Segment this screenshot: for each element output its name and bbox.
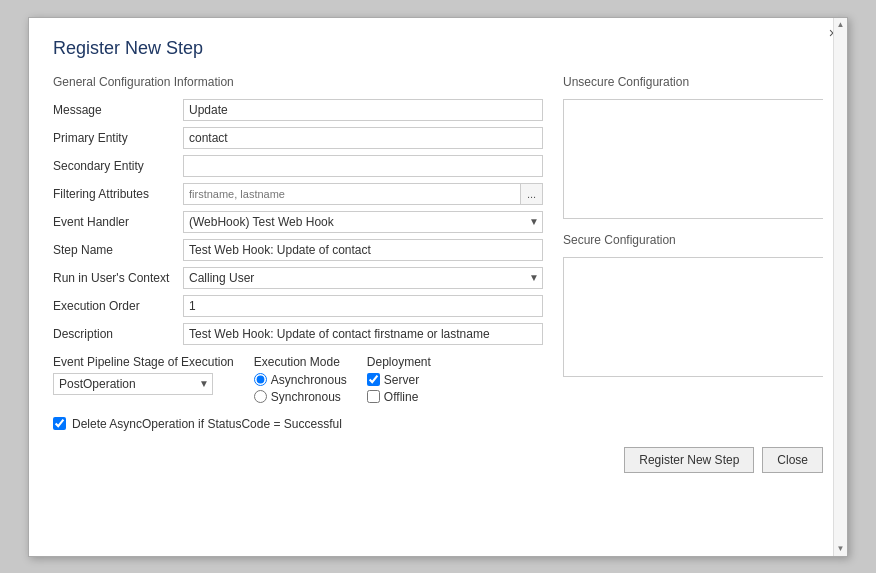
event-handler-row: Event Handler (WebHook) Test Web Hook ▼	[53, 211, 543, 233]
secure-scroll-down-icon[interactable]: ▼	[834, 542, 848, 556]
secondary-entity-label: Secondary Entity	[53, 159, 183, 173]
delete-async-checkbox[interactable]	[53, 417, 66, 430]
description-label: Description	[53, 327, 183, 341]
message-label: Message	[53, 103, 183, 117]
event-handler-label: Event Handler	[53, 215, 183, 229]
execution-order-label: Execution Order	[53, 299, 183, 313]
asynchronous-label: Asynchronous	[271, 373, 347, 387]
unsecure-config-title: Unsecure Configuration	[563, 75, 823, 89]
unsecure-section: Unsecure Configuration ▲ ▼	[563, 75, 823, 219]
close-button[interactable]: Close	[762, 447, 823, 473]
asynchronous-radio[interactable]	[254, 373, 267, 386]
message-input[interactable]	[183, 99, 543, 121]
server-checkbox[interactable]	[367, 373, 380, 386]
message-row: Message	[53, 99, 543, 121]
secure-config-textarea[interactable]	[563, 257, 823, 377]
right-panel: Unsecure Configuration ▲ ▼ Secure Config…	[563, 75, 823, 431]
secure-section: Secure Configuration ▲ ▼	[563, 233, 823, 431]
secure-scrollbar: ▲ ▼	[833, 18, 847, 556]
secondary-entity-input[interactable]	[183, 155, 543, 177]
server-label: Server	[384, 373, 419, 387]
primary-entity-row: Primary Entity	[53, 127, 543, 149]
offline-checkbox[interactable]	[367, 390, 380, 403]
secure-box: ▲ ▼	[563, 257, 823, 377]
filtering-attributes-label: Filtering Attributes	[53, 187, 183, 201]
offline-label: Offline	[384, 390, 418, 404]
delete-async-row: Delete AsyncOperation if StatusCode = Su…	[53, 417, 543, 431]
delete-async-label: Delete AsyncOperation if StatusCode = Su…	[72, 417, 342, 431]
primary-entity-input[interactable]	[183, 127, 543, 149]
server-checkbox-row: Server	[367, 373, 431, 387]
filtering-attributes-input[interactable]	[183, 183, 521, 205]
filtering-attributes-wrapper: ...	[183, 183, 543, 205]
secure-config-title: Secure Configuration	[563, 233, 823, 247]
pipeline-group: Event Pipeline Stage of Execution PostOp…	[53, 355, 234, 395]
description-input[interactable]	[183, 323, 543, 345]
register-new-step-button[interactable]: Register New Step	[624, 447, 754, 473]
asynchronous-radio-row: Asynchronous	[254, 373, 347, 387]
step-name-input[interactable]	[183, 239, 543, 261]
filtering-attributes-button[interactable]: ...	[521, 183, 543, 205]
synchronous-radio-row: Synchronous	[254, 390, 347, 404]
step-name-row: Step Name	[53, 239, 543, 261]
event-handler-select[interactable]: (WebHook) Test Web Hook	[183, 211, 543, 233]
pipeline-label: Event Pipeline Stage of Execution	[53, 355, 234, 369]
pipeline-select-wrapper: PostOperation ▼	[53, 373, 213, 395]
offline-checkbox-row: Offline	[367, 390, 431, 404]
secure-scroll-up-icon[interactable]: ▲	[834, 18, 848, 32]
step-name-label: Step Name	[53, 243, 183, 257]
execution-order-row: Execution Order	[53, 295, 543, 317]
pipeline-select[interactable]: PostOperation	[53, 373, 213, 395]
execution-mode-group: Execution Mode Asynchronous Synchronous	[254, 355, 347, 407]
unsecure-config-textarea[interactable]	[563, 99, 823, 219]
run-in-context-row: Run in User's Context Calling User ▼	[53, 267, 543, 289]
execution-mode-label: Execution Mode	[254, 355, 347, 369]
dialog-title: Register New Step	[53, 38, 823, 59]
dialog-footer: Register New Step Close	[53, 447, 823, 473]
synchronous-radio[interactable]	[254, 390, 267, 403]
content-area: General Configuration Information Messag…	[53, 75, 823, 431]
left-panel: General Configuration Information Messag…	[53, 75, 543, 431]
deployment-group: Deployment Server Offline	[367, 355, 431, 407]
deployment-label: Deployment	[367, 355, 431, 369]
event-handler-select-wrapper: (WebHook) Test Web Hook ▼	[183, 211, 543, 233]
bottom-section: Event Pipeline Stage of Execution PostOp…	[53, 355, 543, 431]
synchronous-label: Synchronous	[271, 390, 341, 404]
register-new-step-dialog: × Register New Step General Configuratio…	[28, 17, 848, 557]
description-row: Description	[53, 323, 543, 345]
secondary-entity-row: Secondary Entity	[53, 155, 543, 177]
filtering-attributes-row: Filtering Attributes ...	[53, 183, 543, 205]
run-in-context-label: Run in User's Context	[53, 271, 183, 285]
general-config-title: General Configuration Information	[53, 75, 543, 89]
primary-entity-label: Primary Entity	[53, 131, 183, 145]
run-in-context-select-wrapper: Calling User ▼	[183, 267, 543, 289]
bottom-row: Event Pipeline Stage of Execution PostOp…	[53, 355, 543, 407]
run-in-context-select[interactable]: Calling User	[183, 267, 543, 289]
execution-order-input[interactable]	[183, 295, 543, 317]
unsecure-box: ▲ ▼	[563, 99, 823, 219]
